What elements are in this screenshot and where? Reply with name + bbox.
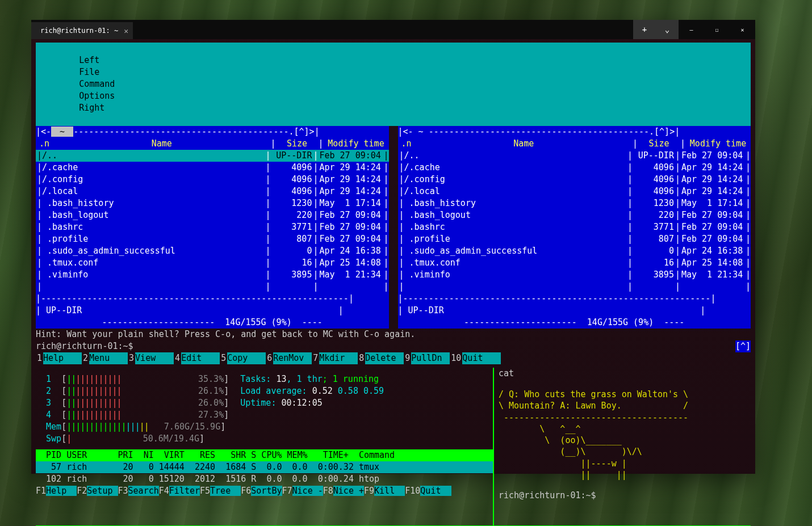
- htop-cpu-3: 3 [|||||||||||| 26.0%]: [36, 397, 229, 409]
- cowsay-cmd: cat: [499, 368, 751, 380]
- htop-header[interactable]: PID USER PRI NI VIRT RES SHR S CPU% MEM%…: [36, 449, 493, 461]
- mc-file-row[interactable]: | .viminfo|3895|May 1 21:34|: [36, 269, 389, 281]
- htop-swp: Swp[| 50.6M/19.4G]: [36, 433, 229, 445]
- htop-fkey-tree[interactable]: F5Tree: [200, 485, 241, 497]
- terminal-viewport[interactable]: Left File Command Options Right |<- ~ --…: [31, 39, 755, 474]
- tmux-split: 1 [|||||||||||| 35.3%] 2 [|||||||||||| 2…: [36, 368, 751, 525]
- mc-file-row[interactable]: |/.local|4096|Apr 29 14:24|: [398, 186, 751, 197]
- mc-fkey-delete[interactable]: 8Delete: [358, 352, 404, 364]
- mc-file-row[interactable]: |/.cache|4096|Apr 29 14:24|: [398, 162, 751, 174]
- mc-menu-right[interactable]: Right: [69, 102, 115, 114]
- mc-file-row[interactable]: | .bashrc|3771|Feb 27 09:04|: [398, 221, 751, 233]
- htop-fkey-nice -[interactable]: F7Nice -: [282, 485, 323, 497]
- shell-prompt[interactable]: rich@richturn-01:~$: [499, 490, 751, 502]
- mc-fkeys: 1Help 2Menu 3View 4Edit 5Copy 6RenMov 7M…: [36, 352, 751, 364]
- mc-panel-right[interactable]: |<- ~ ----------------------------------…: [398, 126, 751, 329]
- mc-fkey-quit[interactable]: 10Quit: [450, 352, 501, 364]
- mc-fkey-copy[interactable]: 5Copy: [220, 352, 266, 364]
- htop-fkey-filter[interactable]: F4Filter: [159, 485, 200, 497]
- htop-fkey-search[interactable]: F3Search: [118, 485, 159, 497]
- mc-menu-bar[interactable]: Left File Command Options Right: [36, 43, 751, 126]
- mc-file-row[interactable]: | .sudo_as_admin_successful|0|Apr 24 16:…: [398, 245, 751, 257]
- mc-file-row[interactable]: | .bash_history|1230|May 1 17:14|: [398, 197, 751, 209]
- mc-fkey-menu[interactable]: 2Menu: [82, 352, 128, 364]
- mc-shell-prompt[interactable]: rich@richturn-01:~$ [^]: [36, 340, 751, 352]
- mc-file-row[interactable]: | .bash_logout|220|Feb 27 09:04|: [398, 209, 751, 221]
- new-tab-button[interactable]: +: [633, 20, 656, 39]
- mc-panels: |<- ~ ----------------------------------…: [36, 126, 751, 329]
- cowsay-output: / Q: Who cuts the grass on Walton's \ \ …: [499, 389, 751, 481]
- htop-cpu-1: 1 [|||||||||||| 35.3%]: [36, 373, 229, 385]
- mc-hint: Hint: Want your plain shell? Press C-o, …: [36, 329, 751, 340]
- mc-file-row[interactable]: |/.cache|4096|Apr 29 14:24|: [36, 162, 389, 174]
- htop-tasks: Tasks: 13, 1 thr; 1 running: [240, 373, 384, 385]
- mc-prompt-text: rich@richturn-01:~$: [36, 340, 133, 352]
- mc-file-row[interactable]: | .bashrc|3771|Feb 27 09:04|: [36, 221, 389, 233]
- mc-fkey-renmov[interactable]: 6RenMov: [266, 352, 312, 364]
- htop-meters: 1 [|||||||||||| 35.3%] 2 [|||||||||||| 2…: [36, 373, 493, 445]
- htop-rows: 57 rich 20 0 14444 2240 1684 S 0.0 0.0 0…: [36, 461, 493, 485]
- close-tab-icon[interactable]: ✕: [124, 27, 128, 35]
- mc-file-row[interactable]: |/.config|4096|Apr 29 14:24|: [398, 174, 751, 186]
- mc-file-row[interactable]: | .tmux.conf|16|Apr 25 14:08|: [36, 257, 389, 269]
- mc-file-row[interactable]: | .viminfo|3895|May 1 21:34|: [398, 269, 751, 281]
- htop-fkey-nice +[interactable]: F8Nice +: [323, 485, 364, 497]
- htop-cpu-4: 4 [|||||||||||| 27.3%]: [36, 409, 229, 421]
- close-window-button[interactable]: ✕: [730, 20, 755, 39]
- mc-fkey-help[interactable]: 1Help: [36, 352, 82, 364]
- htop-fkey-sortby[interactable]: F6SortBy: [241, 485, 282, 497]
- mc-file-row[interactable]: | .profile|807|Feb 27 09:04|: [36, 233, 389, 245]
- mc-menu-file[interactable]: File: [69, 66, 110, 78]
- htop-uptime: Uptime: 00:12:05: [240, 397, 384, 409]
- maximize-button[interactable]: ☐: [704, 20, 730, 39]
- window-tab[interactable]: rich@richturn-01: ~ ✕: [31, 22, 133, 39]
- htop-load: Load average: 0.52 0.58 0.59: [240, 385, 384, 397]
- mc-file-row[interactable]: |/..|UP--DIR|Feb 27 09:04|: [36, 150, 389, 162]
- mc-prompt-bracket[interactable]: [^]: [735, 340, 751, 352]
- shell-pane[interactable]: cat / Q: Who cuts the grass on Walton's …: [493, 368, 751, 525]
- htop-mem: Mem[|||||||||||||||||| 7.60G/15.9G]: [36, 421, 229, 433]
- mc-file-row[interactable]: |/.local|4096|Apr 29 14:24|: [36, 186, 389, 197]
- mc-menu-command[interactable]: Command: [69, 78, 125, 90]
- mc-fkey-edit[interactable]: 4Edit: [174, 352, 220, 364]
- tab-title: rich@richturn-01: ~: [40, 27, 118, 35]
- htop-fkey-kill[interactable]: F9Kill: [364, 485, 405, 497]
- htop-fkeys: F1Help F2Setup F3SearchF4FilterF5Tree F6…: [36, 485, 493, 497]
- mc-file-row[interactable]: | .bash_logout|220|Feb 27 09:04|: [36, 209, 389, 221]
- htop-pane[interactable]: 1 [|||||||||||| 35.3%] 2 [|||||||||||| 2…: [36, 368, 493, 525]
- mc-file-row[interactable]: | .bash_history|1230|May 1 17:14|: [36, 197, 389, 209]
- htop-fkey-quit[interactable]: F10Quit: [405, 485, 451, 497]
- minimize-button[interactable]: —: [679, 20, 704, 39]
- htop-fkey-help[interactable]: F1Help: [36, 485, 77, 497]
- mc-fkey-mkdir[interactable]: 7Mkdir: [312, 352, 358, 364]
- mc-fkey-view[interactable]: 3View: [128, 352, 174, 364]
- mc-panel-left[interactable]: |<- ~ ----------------------------------…: [36, 126, 389, 329]
- mc-file-row[interactable]: |/..|UP--DIR|Feb 27 09:04|: [398, 150, 751, 162]
- mc-fkey-pulldn[interactable]: 9PullDn: [404, 352, 450, 364]
- mc-file-row[interactable]: | .profile|807|Feb 27 09:04|: [398, 233, 751, 245]
- mc-menu-options[interactable]: Options: [69, 90, 125, 102]
- mc-menu-left[interactable]: Left: [69, 54, 110, 66]
- htop-fkey-setup[interactable]: F2Setup: [77, 485, 118, 497]
- mc-file-row[interactable]: |/.config|4096|Apr 29 14:24|: [36, 174, 389, 186]
- terminal-window: rich@richturn-01: ~ ✕ + ⌄ — ☐ ✕ Left Fil…: [31, 20, 755, 474]
- htop-process-row[interactable]: 102 rich 20 0 15120 2012 1516 R 0.0 0.0 …: [36, 473, 493, 485]
- htop-cpu-2: 2 [|||||||||||| 26.1%]: [36, 385, 229, 397]
- titlebar[interactable]: rich@richturn-01: ~ ✕ + ⌄ — ☐ ✕: [31, 20, 755, 39]
- htop-process-row[interactable]: 57 rich 20 0 14444 2240 1684 S 0.0 0.0 0…: [36, 461, 493, 473]
- mc-file-row[interactable]: | .sudo_as_admin_successful|0|Apr 24 16:…: [36, 245, 389, 257]
- new-tab-region: + ⌄: [633, 20, 679, 39]
- tab-dropdown-button[interactable]: ⌄: [656, 20, 679, 39]
- mc-file-row[interactable]: | .tmux.conf|16|Apr 25 14:08|: [398, 257, 751, 269]
